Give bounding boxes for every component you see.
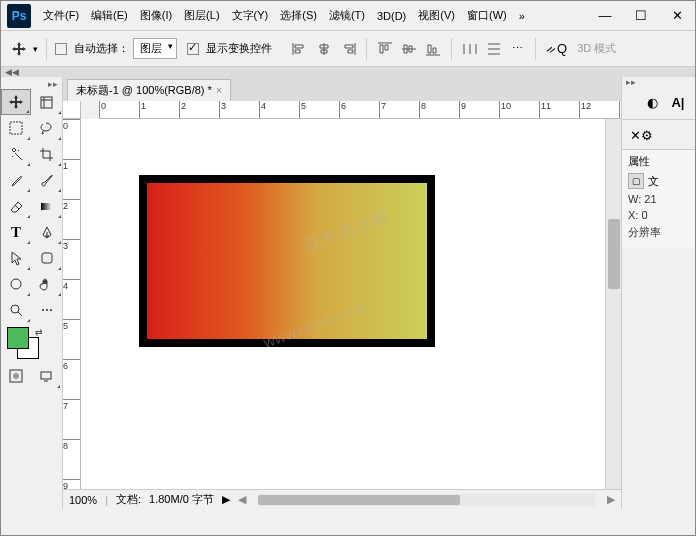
lasso-tool[interactable]	[32, 115, 62, 141]
options-bar: ▾ 自动选择： 图层 显示变换控件 ⋯ ᨀQ 3D 模式	[1, 31, 695, 67]
zoom-level[interactable]: 100%	[69, 494, 97, 506]
svg-rect-2	[41, 203, 52, 210]
align-bottom-icon[interactable]	[425, 42, 441, 56]
align-right-icon[interactable]	[340, 42, 356, 56]
toolbox: ▸▸ T ⋯ ⇄	[1, 77, 63, 509]
foreground-color[interactable]	[7, 327, 29, 349]
zoom-tool[interactable]	[1, 297, 31, 323]
character-panel-icon[interactable]: A|	[669, 93, 687, 111]
menu-view[interactable]: 视图(V)	[412, 2, 461, 30]
doc-size-label: 文档:	[116, 492, 141, 507]
maximize-button[interactable]: ☐	[623, 2, 659, 30]
menu-image[interactable]: 图像(I)	[134, 2, 178, 30]
menu-file[interactable]: 文件(F)	[37, 2, 85, 30]
svg-point-4	[11, 279, 21, 289]
hscroll-left[interactable]: ◀	[238, 493, 246, 506]
x-value[interactable]: 0	[641, 209, 647, 221]
auto-select-dropdown[interactable]: 图层	[133, 38, 177, 59]
minimize-button[interactable]: —	[587, 2, 623, 30]
eraser-tool[interactable]	[1, 193, 31, 219]
horizontal-ruler: 012345678910111213	[99, 101, 621, 119]
hscroll-right[interactable]: ▶	[607, 493, 615, 506]
gradient-fill	[147, 183, 427, 339]
main-menu: 文件(F) 编辑(E) 图像(I) 图层(L) 文字(Y) 选择(S) 滤镜(T…	[37, 2, 587, 30]
screenmode-tool[interactable]	[31, 363, 61, 389]
hand-tool[interactable]	[32, 271, 62, 297]
distribute-v-icon[interactable]	[486, 42, 502, 56]
document-tab[interactable]: 未标题-1 @ 100%(RGB/8) * ×	[67, 79, 231, 101]
artwork-rectangle	[139, 175, 435, 347]
move-tool-icon[interactable]	[9, 39, 29, 59]
align-center-h-icon[interactable]	[316, 42, 332, 56]
window-controls: — ☐ ✕	[587, 2, 695, 30]
ellipse-tool[interactable]	[1, 271, 31, 297]
3d-mode-label[interactable]: 3D 模式	[577, 41, 616, 56]
swap-colors-icon[interactable]: ⇄	[35, 327, 43, 337]
marquee-tool[interactable]	[1, 115, 31, 141]
vertical-scroll-thumb[interactable]	[608, 219, 620, 289]
menu-overflow[interactable]: »	[513, 2, 531, 30]
adjustments-icon[interactable]: ◐	[643, 93, 661, 111]
move-tool[interactable]	[1, 89, 31, 115]
color-swatches: ⇄	[1, 327, 62, 361]
close-button[interactable]: ✕	[659, 2, 695, 30]
toolbox-collapse[interactable]: ▸▸	[1, 79, 62, 89]
properties-panel: 属性 ▢ 文 W: 21 X: 0 分辨率	[622, 149, 695, 248]
auto-select-checkbox[interactable]	[55, 43, 67, 55]
align-more[interactable]: ⋯	[512, 42, 523, 55]
wand-tool[interactable]	[1, 141, 31, 167]
doc-size-value: 1.80M/0 字节	[149, 492, 214, 507]
align-top-icon[interactable]	[377, 42, 393, 56]
search-icon[interactable]: ᨀQ	[546, 41, 567, 57]
show-transform-checkbox[interactable]	[187, 43, 199, 55]
brush-tool[interactable]	[32, 167, 62, 193]
svg-rect-0	[41, 97, 52, 108]
settings-icon[interactable]: ✕⚙	[622, 122, 695, 149]
menu-type[interactable]: 文字(Y)	[226, 2, 275, 30]
show-transform-label: 显示变换控件	[206, 41, 272, 56]
eyedropper-tool[interactable]	[1, 167, 31, 193]
panel-collapse-bar[interactable]: ◀◀	[1, 67, 695, 77]
tool-preset-arrow[interactable]: ▾	[33, 44, 38, 54]
canvas[interactable]: 软件自学网 WWW.RJZXW.COM	[81, 119, 605, 489]
menu-window[interactable]: 窗口(W)	[461, 2, 513, 30]
status-arrow[interactable]: ▶	[222, 493, 230, 506]
svg-point-7	[13, 373, 19, 379]
vertical-scrollbar[interactable]	[605, 119, 621, 489]
vertical-ruler: 0123456789	[63, 119, 81, 489]
width-value[interactable]: 21	[644, 193, 656, 205]
pen-tool[interactable]	[32, 219, 62, 245]
right-panel-collapse[interactable]: ▸▸	[622, 77, 695, 87]
svg-rect-1	[10, 122, 22, 134]
document-tabs: 未标题-1 @ 100%(RGB/8) * ×	[63, 77, 621, 101]
resolution-label: 分辨率	[628, 225, 689, 240]
svg-rect-8	[41, 372, 51, 379]
gradient-tool[interactable]	[32, 193, 62, 219]
edit-toolbar[interactable]: ⋯	[32, 297, 62, 323]
quickmask-tool[interactable]	[1, 363, 31, 389]
path-select-tool[interactable]	[1, 245, 31, 271]
align-middle-icon[interactable]	[401, 42, 417, 56]
svg-point-5	[11, 305, 19, 313]
app-logo: Ps	[7, 4, 31, 28]
right-panel: ▸▸ ◐ A| ✕⚙ 属性 ▢ 文 W: 21 X: 0 分辨率	[621, 77, 695, 509]
svg-rect-3	[42, 253, 52, 263]
menu-select[interactable]: 选择(S)	[274, 2, 323, 30]
doc-type-label: 文	[648, 174, 659, 189]
menu-layer[interactable]: 图层(L)	[178, 2, 225, 30]
shape-tool[interactable]	[32, 245, 62, 271]
distribute-h-icon[interactable]	[462, 42, 478, 56]
x-label: X:	[628, 209, 638, 221]
main-area: ▸▸ T ⋯ ⇄	[1, 77, 695, 509]
tab-close-icon[interactable]: ×	[216, 85, 222, 96]
horizontal-scroll-thumb[interactable]	[258, 495, 460, 505]
menu-filter[interactable]: 滤镜(T)	[323, 2, 371, 30]
align-left-icon[interactable]	[292, 42, 308, 56]
menu-3d[interactable]: 3D(D)	[371, 2, 412, 30]
properties-title: 属性	[628, 154, 689, 169]
horizontal-scrollbar[interactable]	[258, 494, 595, 506]
artboard-tool[interactable]	[32, 89, 62, 115]
type-tool[interactable]: T	[1, 219, 31, 245]
menu-edit[interactable]: 编辑(E)	[85, 2, 134, 30]
crop-tool[interactable]	[32, 141, 62, 167]
